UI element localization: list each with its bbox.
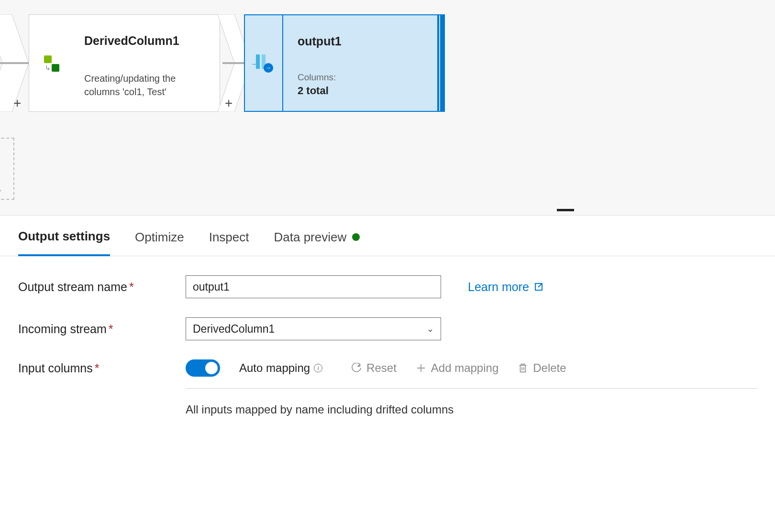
add-transformation-button[interactable]: + [13, 96, 21, 111]
derived-column-icon: ↳ [40, 53, 61, 74]
external-link-icon [534, 282, 543, 292]
learn-more-link[interactable]: Learn more [468, 280, 543, 294]
selection-indicator [437, 15, 439, 111]
derived-column-node[interactable]: ↳ DerivedColumn1 Creating/updating the c… [29, 14, 220, 112]
selection-indicator [440, 15, 444, 111]
plus-icon [416, 363, 426, 373]
node-subtitle: Creating/updating the columns 'col1, Tes… [84, 72, 210, 98]
node-title: output1 [298, 34, 434, 48]
tab-label: Data preview [274, 230, 347, 245]
incoming-stream-label: Incoming stream* [18, 322, 186, 336]
output-node[interactable]: → → output1 Columns: 2 total [244, 14, 445, 112]
properties-panel: Output settings Optimize Inspect Data pr… [0, 215, 775, 532]
output-stream-name-input[interactable] [186, 275, 441, 298]
trash-icon [518, 363, 528, 373]
tab-optimize[interactable]: Optimize [135, 229, 184, 256]
panel-resize-handle[interactable] [557, 209, 574, 211]
add-mapping-button[interactable]: Add mapping [416, 361, 498, 375]
select-value: DerivedColumn1 [193, 323, 275, 336]
delete-button[interactable]: Delete [518, 361, 566, 375]
chevron-down-icon: ⌄ [427, 324, 434, 334]
reset-icon [351, 363, 362, 373]
auto-mapping-toggle[interactable] [186, 359, 220, 377]
panel-tabs: Output settings Optimize Inspect Data pr… [0, 216, 775, 256]
auto-mapping-label: Auto mapping i [239, 361, 322, 375]
status-dot-icon [352, 233, 360, 241]
tab-output-settings[interactable]: Output settings [18, 229, 110, 256]
info-icon[interactable]: i [314, 364, 322, 372]
columns-label: Columns: [298, 72, 434, 83]
columns-total: 2 total [298, 85, 434, 97]
tab-data-preview[interactable]: Data preview [274, 229, 360, 256]
output-stream-name-label: Output stream name* [18, 280, 186, 294]
reset-button[interactable]: Reset [351, 361, 397, 375]
add-transformation-button[interactable]: + [225, 96, 232, 111]
mapping-note: All inputs mapped by name including drif… [186, 403, 757, 416]
tab-inspect[interactable]: Inspect [209, 229, 249, 256]
output-sink-icon: → → [253, 53, 274, 74]
flow-connector [222, 62, 246, 64]
node-title: DerivedColumn1 [84, 34, 210, 48]
placeholder-connector [0, 177, 6, 196]
flow-canvas[interactable]: ↳ DerivedColumn1 Creating/updating the c… [0, 0, 775, 215]
input-columns-label: Input columns* [18, 359, 186, 375]
incoming-stream-select[interactable]: DerivedColumn1 ⌄ [186, 317, 441, 340]
